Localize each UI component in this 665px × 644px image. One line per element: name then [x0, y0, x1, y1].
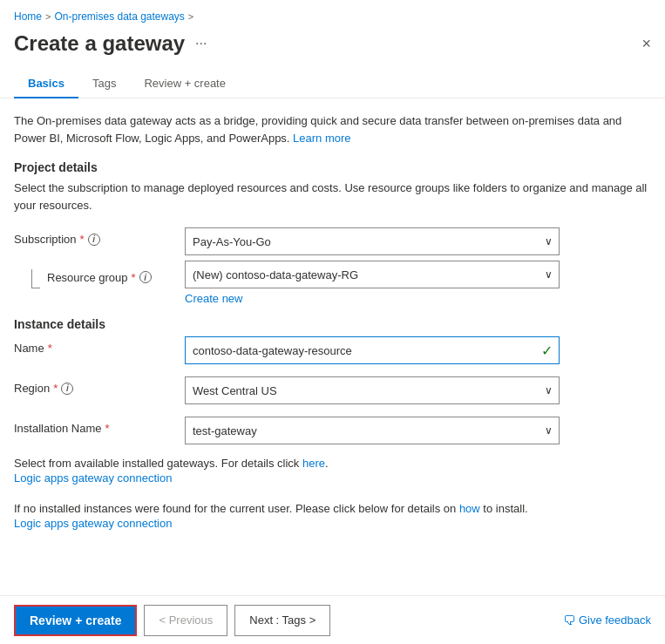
subscription-control: Pay-As-You-Go ∨: [185, 227, 651, 255]
resource-group-control: (New) contoso-data-gateway-RG ∨ Create n…: [185, 261, 651, 305]
resource-group-label: Resource group * i: [14, 261, 171, 288]
footer: Review + create < Previous Next : Tags >…: [0, 595, 665, 644]
hint-text-1: Select from available installed gateways…: [14, 457, 651, 470]
name-input[interactable]: [185, 336, 560, 364]
give-feedback-button[interactable]: 🗨 Give feedback: [563, 613, 651, 627]
region-select-wrapper: West Central US ∨: [185, 376, 560, 404]
breadcrumb-section[interactable]: On-premises data gateways: [54, 10, 184, 23]
tab-bar: Basics Tags Review + create: [0, 70, 665, 98]
review-create-button[interactable]: Review + create: [14, 605, 137, 636]
project-details-section: Project details Select the subscription …: [14, 160, 651, 305]
installation-label: Installation Name *: [14, 417, 171, 435]
name-control: ✓: [185, 336, 651, 364]
previous-button[interactable]: < Previous: [144, 605, 227, 636]
resource-group-select[interactable]: (New) contoso-data-gateway-RG: [185, 261, 560, 288]
breadcrumb-home[interactable]: Home: [14, 10, 42, 23]
region-required: *: [53, 382, 58, 395]
name-row: Name * ✓: [14, 336, 651, 364]
region-label: Region * i: [14, 376, 171, 395]
instance-details-heading: Instance details: [14, 317, 651, 331]
project-details-heading: Project details: [14, 160, 651, 174]
warning-text: If no installed instances were found for…: [14, 502, 651, 515]
breadcrumb: Home > On-premises data gateways >: [0, 0, 665, 28]
feedback-label: Give feedback: [579, 613, 651, 627]
footer-right: 🗨 Give feedback: [563, 613, 651, 627]
installation-select[interactable]: test-gateway: [185, 417, 560, 444]
tab-tags[interactable]: Tags: [78, 70, 130, 98]
gateway-link-2[interactable]: Logic apps gateway connection: [14, 517, 172, 530]
next-button[interactable]: Next : Tags >: [234, 605, 330, 636]
close-button[interactable]: ×: [641, 36, 651, 51]
learn-more-link[interactable]: Learn more: [293, 132, 350, 145]
subscription-required: *: [80, 233, 85, 246]
region-control: West Central US ∨: [185, 376, 651, 404]
installation-control: test-gateway ∨: [185, 417, 651, 444]
installation-row: Installation Name * test-gateway ∨: [14, 417, 651, 444]
subscription-select-wrapper: Pay-As-You-Go ∨: [185, 227, 560, 255]
name-required: *: [48, 342, 52, 355]
resource-group-label-text: Resource group: [47, 271, 128, 284]
instance-details-section: Instance details Name * ✓ Region * i: [14, 317, 651, 540]
how-to-install-link[interactable]: how: [459, 502, 480, 515]
region-row: Region * i West Central US ∨: [14, 376, 651, 404]
resource-group-select-wrapper: (New) contoso-data-gateway-RG ∨: [185, 261, 560, 288]
project-details-desc: Select the subscription to manage deploy…: [14, 180, 651, 214]
ellipsis-button[interactable]: ···: [192, 34, 210, 53]
gateway-link-1[interactable]: Logic apps gateway connection: [14, 471, 172, 485]
name-label: Name *: [14, 336, 171, 355]
name-field-wrapper: ✓: [185, 336, 560, 364]
subscription-label: Subscription * i: [14, 227, 171, 246]
content-area: The On-premises data gateway acts as a b…: [0, 98, 665, 540]
page-header: Create a gateway ··· ×: [0, 28, 665, 70]
tab-review-create[interactable]: Review + create: [130, 70, 240, 98]
gateway-description: The On-premises data gateway acts as a b…: [14, 112, 651, 146]
region-info-icon[interactable]: i: [61, 383, 73, 395]
installation-required: *: [105, 422, 109, 435]
hint-here-link[interactable]: here: [302, 457, 325, 470]
subscription-info-icon[interactable]: i: [88, 234, 100, 246]
feedback-icon: 🗨: [563, 613, 575, 627]
breadcrumb-sep2: >: [188, 11, 193, 22]
page-title-row: Create a gateway ···: [14, 31, 210, 56]
page-title: Create a gateway: [14, 31, 185, 56]
resource-group-required: *: [132, 271, 136, 284]
breadcrumb-sep1: >: [45, 11, 51, 22]
create-new-link[interactable]: Create new: [185, 292, 242, 305]
resource-group-info-icon[interactable]: i: [139, 271, 152, 283]
region-select[interactable]: West Central US: [185, 376, 560, 404]
installation-select-wrapper: test-gateway ∨: [185, 417, 560, 444]
resource-group-row: Resource group * i (New) contoso-data-ga…: [14, 261, 651, 305]
tab-basics[interactable]: Basics: [14, 70, 78, 98]
subscription-select[interactable]: Pay-As-You-Go: [185, 227, 560, 255]
subscription-row: Subscription * i Pay-As-You-Go ∨: [14, 227, 651, 255]
